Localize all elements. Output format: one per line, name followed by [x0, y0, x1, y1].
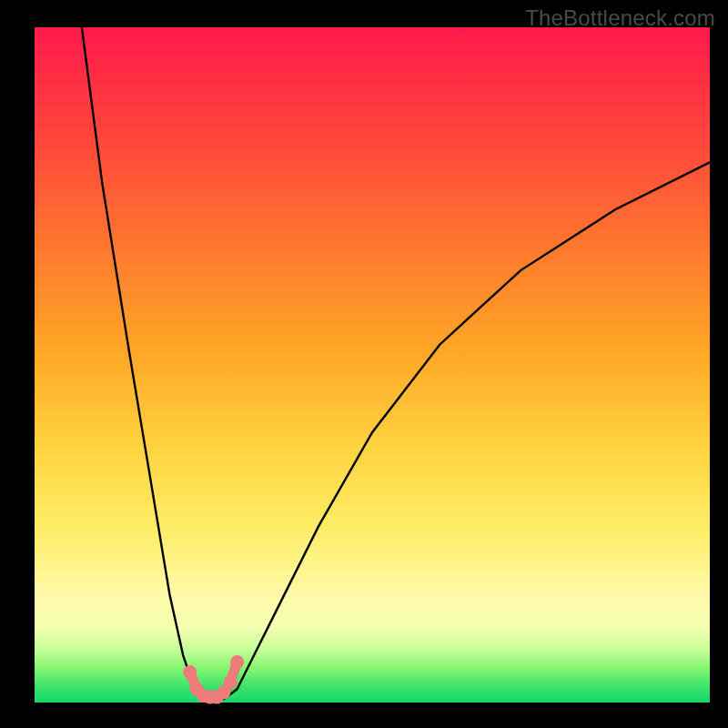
chart-frame: TheBottleneck.com	[0, 0, 728, 728]
watermark-text: TheBottleneck.com	[525, 5, 715, 31]
plot-area	[35, 27, 710, 703]
marker-dot	[224, 675, 238, 689]
curve-right-path	[224, 162, 710, 699]
curve-left-path	[82, 27, 210, 699]
marker-dot	[183, 665, 197, 679]
chart-svg	[35, 27, 710, 703]
curve-right	[224, 162, 710, 699]
marker-dot	[230, 655, 244, 669]
marker-group	[183, 655, 244, 704]
curve-left	[82, 27, 210, 699]
